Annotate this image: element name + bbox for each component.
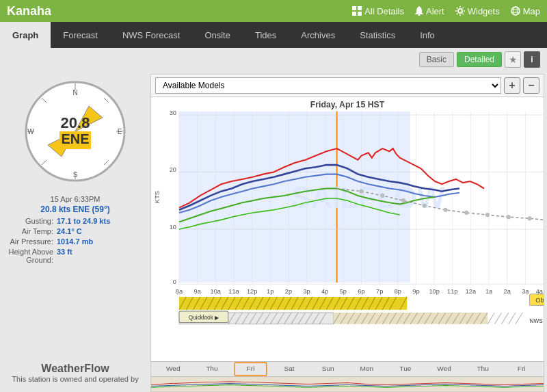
svg-point-83 xyxy=(359,190,363,194)
detailed-view-button[interactable]: Detailed xyxy=(457,52,502,67)
svg-text:Wed: Wed xyxy=(166,365,181,373)
svg-point-87 xyxy=(443,208,447,212)
svg-text:3p: 3p xyxy=(303,288,310,295)
svg-text:8a: 8a xyxy=(176,288,183,295)
svg-point-88 xyxy=(464,211,468,215)
svg-text:6p: 6p xyxy=(358,288,364,295)
tab-info[interactable]: Info xyxy=(408,22,447,48)
view-toggle-bar: Basic Detailed ★ i xyxy=(0,48,547,71)
widgets-link[interactable]: Widgets xyxy=(455,6,500,16)
svg-line-168 xyxy=(488,313,494,324)
svg-text:10a: 10a xyxy=(211,288,222,295)
bell-icon xyxy=(415,6,423,16)
tab-graph[interactable]: Graph xyxy=(0,22,51,48)
svg-rect-2 xyxy=(352,12,356,16)
svg-point-89 xyxy=(485,213,490,217)
air-pressure-row: Air Pressure: 1014.7 mb xyxy=(5,237,145,246)
air-pressure-label: Air Pressure: xyxy=(5,237,57,246)
svg-point-84 xyxy=(380,194,384,198)
air-pressure-value: 1014.7 mb xyxy=(57,237,93,246)
models-zoom-in-button[interactable]: + xyxy=(504,77,520,94)
svg-text:9a: 9a xyxy=(194,288,202,295)
models-select[interactable]: Available Models xyxy=(155,77,501,94)
svg-text:Fri: Fri xyxy=(247,365,255,373)
svg-text:9p: 9p xyxy=(412,288,419,295)
svg-text:5p: 5p xyxy=(340,288,347,295)
svg-rect-3 xyxy=(358,12,362,16)
svg-rect-0 xyxy=(352,6,356,10)
tab-forecast[interactable]: Forecast xyxy=(51,22,110,48)
svg-text:KTS: KTS xyxy=(154,191,161,203)
speed-display: 20.8 kts ENE (59°) xyxy=(5,205,145,214)
svg-text:Sat: Sat xyxy=(284,365,295,373)
models-zoom-out-button[interactable]: − xyxy=(523,77,539,94)
svg-text:2p: 2p xyxy=(285,288,292,295)
svg-text:Mon: Mon xyxy=(360,365,373,373)
svg-text:11p: 11p xyxy=(447,288,457,295)
svg-text:10p: 10p xyxy=(429,288,439,295)
favorite-button[interactable]: ★ xyxy=(505,51,521,68)
chart-area: Friday, Apr 15 HST 8a 9a 10a 11a 12p 1p … xyxy=(151,97,544,391)
svg-text:E: E xyxy=(118,128,122,135)
svg-text:11a: 11a xyxy=(228,288,239,295)
svg-point-85 xyxy=(401,198,405,202)
svg-text:Fri: Fri xyxy=(518,365,526,373)
basic-view-button[interactable]: Basic xyxy=(419,52,454,67)
height-value: 33 ft xyxy=(57,248,72,256)
svg-text:SAILFLOW: SAILFLOW xyxy=(291,181,445,213)
weatherflow-brand: WeatherFlow This station is owned and op… xyxy=(12,359,138,387)
height-row: Height AboveGround: 33 ft xyxy=(5,248,145,264)
svg-text:Thu: Thu xyxy=(206,365,217,373)
models-bar: Available Models + − xyxy=(151,75,544,97)
stats-table: 15 Apr 6:33PM 20.8 kts ENE (59°) Gusting… xyxy=(5,192,145,266)
air-temp-value: 24.1° C xyxy=(57,227,82,235)
date-display: 15 Apr 6:33PM xyxy=(5,195,145,203)
svg-point-86 xyxy=(423,203,427,207)
gusting-value: 17.1 to 24.9 kts xyxy=(57,217,110,225)
tab-statistics[interactable]: Statistics xyxy=(347,22,408,48)
svg-point-6 xyxy=(511,7,520,15)
svg-rect-4 xyxy=(418,14,421,16)
svg-rect-1 xyxy=(358,6,362,10)
main-content: N S W E 20.8 ENE 15 Apr 6:33PM 20.8 kts … xyxy=(0,71,547,392)
svg-text:2a: 2a xyxy=(504,288,511,295)
svg-text:1a: 1a xyxy=(485,288,493,295)
timeline-bar: Wed Thu Fri Sat Sun Mon Tue Wed Thu Fri xyxy=(151,361,544,376)
svg-text:0: 0 xyxy=(173,278,176,285)
tab-nws-forecast[interactable]: NWS Forecast xyxy=(110,22,193,48)
header: Kanaha All Details Alert Widgets Map xyxy=(0,0,547,22)
svg-text:12p: 12p xyxy=(247,288,257,295)
svg-text:S: S xyxy=(73,171,78,179)
svg-text:Tue: Tue xyxy=(399,365,412,373)
svg-text:30: 30 xyxy=(170,109,176,116)
air-temp-row: Air Temp: 24.1° C xyxy=(5,227,145,235)
svg-point-7 xyxy=(513,7,518,15)
tab-tides[interactable]: Tides xyxy=(243,22,289,48)
svg-text:W: W xyxy=(27,128,34,135)
grid-icon xyxy=(352,6,362,16)
alert-link[interactable]: Alert xyxy=(415,6,444,16)
svg-line-171 xyxy=(509,313,516,324)
tab-archives[interactable]: Archives xyxy=(289,22,347,48)
mini-chart xyxy=(151,376,544,391)
tab-onsite[interactable]: Onsite xyxy=(192,22,243,48)
svg-text:20.8: 20.8 xyxy=(61,114,90,131)
svg-text:12a: 12a xyxy=(466,288,477,295)
branding-tagline: This station is owned and operated by xyxy=(12,375,138,383)
svg-text:3a: 3a xyxy=(522,288,529,295)
gear-icon xyxy=(455,6,465,16)
gusting-row: Gusting: 17.1 to 24.9 kts xyxy=(5,217,145,225)
main-chart-svg: Friday, Apr 15 HST 8a 9a 10a 11a 12p 1p … xyxy=(151,97,544,347)
height-label: Height AboveGround: xyxy=(5,248,57,264)
svg-text:NWS Mar: NWS Mar xyxy=(529,317,544,324)
svg-text:7p: 7p xyxy=(376,288,383,295)
map-link[interactable]: Map xyxy=(511,6,540,16)
svg-text:4a: 4a xyxy=(536,288,544,295)
svg-line-172 xyxy=(516,313,522,324)
all-details-link[interactable]: All Details xyxy=(352,6,404,16)
info-button[interactable]: i xyxy=(524,51,540,68)
svg-text:1p: 1p xyxy=(267,288,274,295)
svg-point-91 xyxy=(527,216,531,220)
svg-line-170 xyxy=(502,313,509,324)
map-icon xyxy=(511,6,520,16)
